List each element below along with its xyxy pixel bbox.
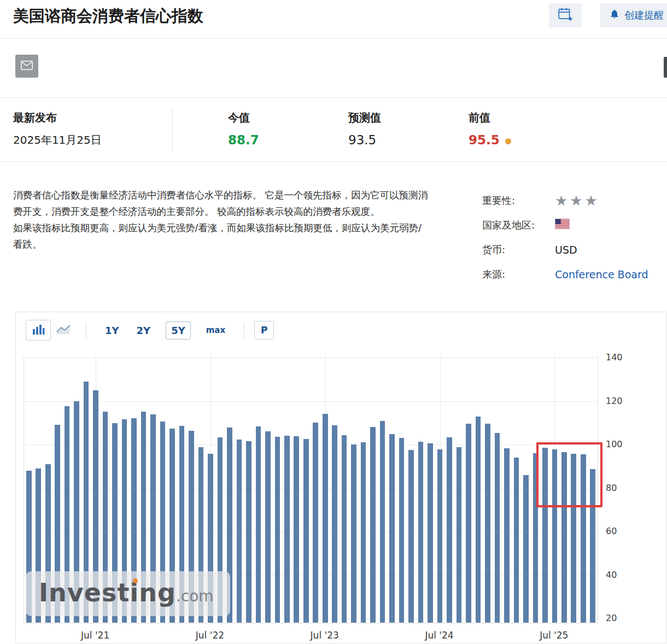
bar[interactable] [476, 417, 481, 623]
us-flag-icon [555, 219, 570, 231]
y-axis-label: 140 [606, 352, 630, 362]
bar[interactable] [408, 450, 414, 623]
bar-chart-type-button[interactable] [26, 320, 51, 341]
bar[interactable] [399, 438, 405, 623]
highlight-rectangle [536, 442, 602, 507]
previous-stat: 前值 95.5 [469, 102, 511, 147]
latest-release: 最新发布 2025年11月25日 [13, 102, 102, 148]
bar[interactable] [332, 425, 337, 623]
actual-label: 今值 [228, 102, 259, 125]
y-axis-label: 120 [606, 396, 630, 406]
indicator-description: 消费者信心指数是衡量经济活动中消费者信心水平的指标。 它是一个领先指标，因为它可… [13, 187, 430, 253]
stats-vertical-divider [172, 107, 173, 151]
create-alert-button[interactable]: 创建提醒 [600, 3, 667, 27]
bar[interactable] [351, 444, 356, 623]
bar[interactable] [246, 441, 251, 623]
page-title: 美国谘商会消费者信心指数 [13, 5, 203, 27]
bar[interactable] [265, 431, 271, 623]
forecast-stat: 预测值 93.5 [348, 102, 381, 147]
bar[interactable] [428, 443, 433, 623]
y-axis-label: 40 [606, 570, 630, 580]
y-axis-label: 20 [606, 613, 630, 623]
toolbar-separator [86, 322, 86, 338]
add-to-calendar-button[interactable] [549, 3, 582, 27]
forecast-value: 93.5 [348, 125, 381, 147]
email-share-button[interactable] [15, 55, 38, 78]
print-button[interactable]: P [254, 321, 274, 339]
investing-watermark: Investing .com [26, 571, 230, 616]
bar[interactable] [504, 448, 510, 623]
x-axis-label: Jul '25 [532, 630, 576, 641]
line-chart-icon [56, 324, 71, 336]
h-gridline [24, 531, 598, 532]
previous-value: 95.5 [469, 125, 511, 147]
release-date: 2025年11月25日 [13, 125, 102, 148]
y-axis-label: 80 [606, 483, 630, 493]
actual-stat: 今值 88.7 [228, 102, 259, 147]
y-axis-label: 100 [606, 439, 630, 449]
header-actions: 创建提醒 [549, 3, 667, 27]
bar[interactable] [313, 423, 318, 623]
bar[interactable] [447, 437, 452, 623]
bar[interactable] [418, 442, 424, 623]
bar-chart-icon [32, 324, 45, 336]
range-1y-button[interactable]: 1Y [103, 322, 121, 339]
bar[interactable] [342, 435, 347, 623]
create-alert-label: 创建提醒 [624, 9, 664, 22]
forecast-label: 预测值 [348, 102, 381, 125]
bar[interactable] [256, 426, 261, 623]
range-5y-button[interactable]: 5Y [166, 321, 191, 339]
envelope-icon [21, 61, 33, 72]
bar[interactable] [485, 424, 490, 623]
chart-widget: 1Y 2Y 5Y max P Investing .com 1401201008… [15, 312, 666, 643]
source-label: 来源: [482, 268, 555, 281]
chart-toolbar: 1Y 2Y 5Y max P [26, 320, 274, 341]
importance-stars-icon: ★★★ [555, 192, 600, 209]
header-divider [0, 38, 667, 39]
h-gridline [24, 488, 598, 489]
currency-value: USD [555, 244, 577, 256]
source-row: 来源: Conference Board [482, 262, 648, 286]
clipped-edge-icon [664, 57, 667, 78]
importance-label: 重要性: [482, 194, 555, 207]
bar[interactable] [323, 414, 328, 623]
info-section: 消费者信心指数是衡量经济活动中消费者信心水平的指标。 它是一个领先指标，因为它可… [13, 180, 667, 290]
stats-bottom-divider [0, 161, 667, 162]
x-axis-label: Jul '22 [188, 630, 232, 641]
bar[interactable] [370, 427, 376, 623]
revised-dot-icon [505, 138, 511, 144]
indicator-details: 重要性: ★★★ 国家及地区: 货币: [482, 188, 648, 286]
h-gridline [24, 618, 598, 619]
bar[interactable] [294, 436, 299, 623]
bar[interactable] [361, 442, 366, 623]
currency-label: 货币: [482, 243, 555, 256]
bar[interactable] [466, 424, 471, 623]
release-label: 最新发布 [13, 102, 102, 125]
bar[interactable] [237, 440, 242, 623]
range-max-button[interactable]: max [204, 323, 227, 338]
description-paragraph-1: 消费者信心指数是衡量经济活动中消费者信心水平的指标。 它是一个领先指标，因为它可… [13, 187, 430, 220]
bar[interactable] [523, 475, 529, 623]
x-axis-label: Jul '21 [73, 630, 117, 641]
bar[interactable] [284, 436, 290, 623]
bar[interactable] [457, 447, 462, 623]
previous-label: 前值 [469, 102, 511, 125]
watermark-main: Investing [39, 578, 176, 607]
bar[interactable] [303, 439, 309, 623]
source-link[interactable]: Conference Board [555, 268, 648, 280]
watermark-dot-icon [133, 578, 138, 583]
range-2y-button[interactable]: 2Y [134, 322, 153, 339]
bar[interactable] [380, 421, 385, 623]
country-row: 国家及地区: [482, 213, 648, 237]
bar[interactable] [275, 437, 280, 623]
watermark-suffix: .com [176, 587, 214, 605]
bar[interactable] [389, 434, 395, 623]
currency-row: 货币: USD [482, 237, 648, 262]
bar[interactable] [437, 449, 443, 623]
toolbar-separator-2 [244, 322, 244, 338]
bar[interactable] [495, 433, 500, 623]
bar[interactable] [514, 458, 519, 623]
previous-value-text: 95.5 [469, 133, 500, 147]
h-gridline [24, 444, 598, 445]
line-chart-type-button[interactable] [51, 320, 76, 341]
